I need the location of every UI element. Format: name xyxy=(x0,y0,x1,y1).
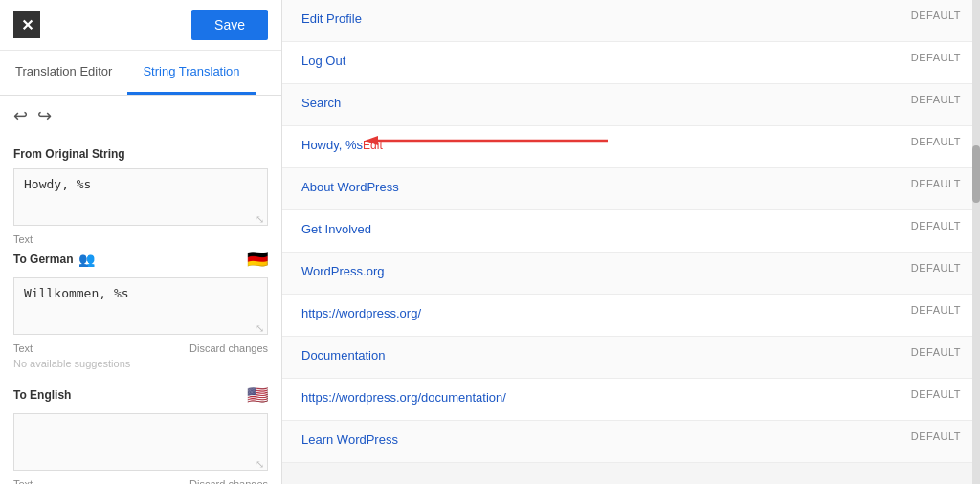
default-badge: DEFAULT xyxy=(892,220,961,231)
string-main: Get Involved xyxy=(301,220,892,237)
tabs-bar: Translation Editor String Translation xyxy=(0,51,281,96)
from-original-textarea[interactable] xyxy=(13,168,268,226)
from-section-label: From Original String xyxy=(13,147,268,161)
tab-translation-editor[interactable]: Translation Editor xyxy=(0,51,127,95)
to-english-label: To English xyxy=(13,388,71,402)
string-main: https://wordpress.org/ xyxy=(301,304,892,321)
string-text[interactable]: Howdy, %s xyxy=(301,138,363,152)
english-resize-handle: ⤡ xyxy=(256,458,264,471)
string-main: Edit Profile xyxy=(301,10,892,27)
default-badge: DEFAULT xyxy=(892,388,961,400)
german-flag: 🇩🇪 xyxy=(247,249,268,270)
german-discard-link[interactable]: Discard changes xyxy=(189,342,268,354)
right-panel: Edit ProfileDEFAULTLog OutDEFAULTSearchD… xyxy=(282,0,980,484)
nav-arrows: ↩ ↪ xyxy=(0,96,281,136)
back-arrow-button[interactable]: ↩ xyxy=(13,105,28,126)
to-german-header: To German 👥 🇩🇪 xyxy=(13,249,268,270)
default-badge: DEFAULT xyxy=(892,430,961,442)
list-item: https://wordpress.org/DEFAULT xyxy=(282,295,980,337)
default-badge: DEFAULT xyxy=(892,178,961,189)
from-textarea-wrap: ⤡ xyxy=(13,168,268,230)
top-bar: ✕ Save xyxy=(0,0,281,51)
english-field-meta: Text Discard changes xyxy=(13,478,268,484)
string-main: Log Out xyxy=(301,52,892,69)
list-item: Learn WordPressDEFAULT xyxy=(282,421,980,463)
string-main: About WordPress xyxy=(301,178,892,195)
english-type-label: Text xyxy=(13,478,33,484)
string-main: Search xyxy=(301,94,892,111)
string-text[interactable]: About WordPress xyxy=(301,180,399,194)
english-textarea-wrap: ⤡ xyxy=(13,413,268,474)
string-text[interactable]: https://wordpress.org/ xyxy=(301,306,421,320)
german-textarea-wrap: ⤡ xyxy=(13,277,268,339)
string-main: Howdy, %sEdit xyxy=(301,136,892,153)
default-badge: DEFAULT xyxy=(892,52,961,63)
list-item: WordPress.orgDEFAULT xyxy=(282,253,980,295)
default-badge: DEFAULT xyxy=(892,304,961,316)
close-button[interactable]: ✕ xyxy=(13,11,40,38)
list-item: Log OutDEFAULT xyxy=(282,42,980,84)
string-text[interactable]: Get Involved xyxy=(301,222,371,236)
list-item: About WordPressDEFAULT xyxy=(282,168,980,210)
string-text[interactable]: Learn WordPress xyxy=(301,432,398,447)
left-panel: ✕ Save Translation Editor String Transla… xyxy=(0,0,282,484)
string-main: Documentation xyxy=(301,346,892,363)
resize-handle: ⤡ xyxy=(256,213,264,226)
people-icon: 👥 xyxy=(78,252,95,267)
to-german-label: To German xyxy=(13,253,73,266)
default-badge: DEFAULT xyxy=(892,136,961,147)
from-type-label: Text xyxy=(13,233,33,245)
string-main: WordPress.org xyxy=(301,262,892,279)
save-button[interactable]: Save xyxy=(191,10,268,40)
to-english-textarea[interactable] xyxy=(13,413,268,471)
default-badge: DEFAULT xyxy=(892,10,961,21)
german-type-label: Text xyxy=(13,342,33,354)
default-badge: DEFAULT xyxy=(892,262,961,274)
default-badge: DEFAULT xyxy=(892,346,961,358)
list-item: DocumentationDEFAULT xyxy=(282,337,980,379)
string-list: Edit ProfileDEFAULTLog OutDEFAULTSearchD… xyxy=(282,0,980,463)
english-flag: 🇺🇸 xyxy=(247,385,268,406)
to-english-header: To English 🇺🇸 xyxy=(13,385,268,406)
to-german-textarea[interactable] xyxy=(13,277,268,335)
list-item: https://wordpress.org/documentation/DEFA… xyxy=(282,379,980,421)
editor-content: From Original String ⤡ Text To German 👥 … xyxy=(0,136,281,484)
german-resize-handle: ⤡ xyxy=(256,322,264,335)
string-text[interactable]: Documentation xyxy=(301,348,385,363)
list-item: Edit ProfileDEFAULT xyxy=(282,0,980,42)
german-suggestions: No available suggestions xyxy=(13,358,268,369)
scrollbar-track xyxy=(972,0,980,484)
german-field-meta: Text Discard changes xyxy=(13,342,268,354)
scrollbar-thumb[interactable] xyxy=(972,145,980,203)
default-badge: DEFAULT xyxy=(892,94,961,105)
string-main: Learn WordPress xyxy=(301,430,892,448)
from-field-meta: Text xyxy=(13,233,268,245)
string-text[interactable]: Log Out xyxy=(301,54,345,68)
english-discard-link[interactable]: Discard changes xyxy=(189,478,268,484)
list-item: Get InvolvedDEFAULT xyxy=(282,210,980,253)
tab-string-translation[interactable]: String Translation xyxy=(127,51,255,95)
string-text[interactable]: WordPress.org xyxy=(301,264,384,278)
string-text[interactable]: https://wordpress.org/documentation/ xyxy=(301,390,506,405)
string-main: https://wordpress.org/documentation/ xyxy=(301,388,892,406)
string-edit-link[interactable]: Edit xyxy=(363,139,383,152)
string-text[interactable]: Edit Profile xyxy=(301,11,362,26)
forward-arrow-button[interactable]: ↪ xyxy=(37,105,52,126)
list-item: Howdy, %sEditDEFAULT xyxy=(282,126,980,168)
list-item: SearchDEFAULT xyxy=(282,84,980,126)
string-text[interactable]: Search xyxy=(301,96,341,110)
